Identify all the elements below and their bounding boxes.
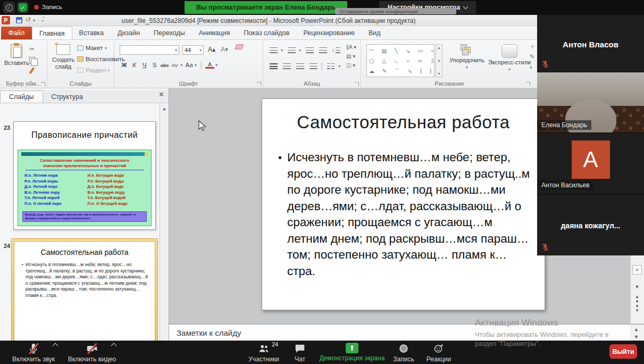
shape-fill-icon[interactable]: 🜊: [530, 43, 536, 49]
line-spacing-icon[interactable]: ↕: [330, 45, 342, 55]
align-right-icon[interactable]: [294, 61, 306, 71]
scroll-up-icon[interactable]: [162, 106, 166, 111]
shape-effects-icon[interactable]: ◐: [530, 64, 536, 70]
reactions-icon: [433, 343, 445, 354]
participant-tile[interactable]: даяна кожагул...: [537, 195, 644, 255]
reactions-button[interactable]: Реакции: [422, 343, 455, 363]
dialog-launcher-icon[interactable]: [41, 82, 45, 86]
previous-slide-icon[interactable]: ▲▲: [632, 295, 642, 303]
dialog-launcher-icon[interactable]: [355, 82, 359, 86]
dialog-launcher-icon[interactable]: [257, 82, 261, 86]
slide-24-thumbnail[interactable]: Самостоятельная работа • Исчезнуть в пот…: [14, 241, 155, 348]
change-case-button[interactable]: Aa: [185, 61, 194, 70]
undo-icon[interactable]: [26, 16, 31, 23]
tab-review[interactable]: Рецензирование: [296, 27, 362, 39]
align-text-icon[interactable]: ▤ ▾: [346, 53, 356, 59]
tab-design[interactable]: Дизайн: [111, 27, 147, 39]
bold-button[interactable]: Ж: [120, 61, 129, 70]
share-screen-button[interactable]: Демонстрация экрана: [317, 343, 387, 362]
notes-placeholder: Заметки к слайду: [177, 328, 241, 337]
tab-file[interactable]: Файл: [1, 27, 32, 39]
cut-icon[interactable]: ✂: [28, 45, 36, 53]
grow-font-button[interactable]: А▴: [208, 46, 215, 53]
scroll-down-icon[interactable]: ▼: [634, 334, 639, 340]
quick-access-more-icon[interactable]: [40, 16, 45, 22]
dialog-launcher-icon[interactable]: [526, 82, 530, 86]
close-panel-icon[interactable]: [158, 90, 164, 98]
case-row: Т.п. Летней поройТ.п. Бегущей водой: [24, 195, 146, 201]
strikethrough-button[interactable]: abc: [160, 61, 169, 70]
record-button[interactable]: Запись: [389, 343, 418, 363]
current-slide-canvas[interactable]: Самостоятельная работа • Исчезнуть в пот…: [262, 98, 545, 310]
character-spacing-button[interactable]: AV: [170, 61, 179, 70]
ribbon-group-drawing: ◠ ▤ ╲ ↘ ▭ ○ ▢ △ ∟ ⌐ ⇨ ⇩ ☁ ✎ ⌒ ∿ { } ▲ ▼ …: [361, 40, 538, 88]
chat-button[interactable]: Чат: [287, 343, 313, 363]
justify-icon[interactable]: [307, 61, 319, 71]
align-center-icon[interactable]: [281, 61, 292, 71]
scroll-more-icon[interactable]: ▼: [437, 72, 441, 76]
tab-animations[interactable]: Анимация: [192, 27, 237, 39]
case-row: В.п. Летнюю поруВ.п. Бегущую воду: [24, 190, 146, 196]
quick-styles-icon: [501, 44, 517, 58]
scroll-down-icon[interactable]: ▼: [437, 59, 441, 63]
scroll-down-icon[interactable]: ▼: [632, 284, 642, 289]
text-direction-icon[interactable]: ∥A ▾: [346, 44, 356, 50]
section-button[interactable]: Раздел ▾: [77, 67, 110, 73]
scroll-up-icon[interactable]: ▲: [437, 46, 441, 49]
tab-transitions[interactable]: Переходы: [147, 27, 192, 39]
tab-outline[interactable]: Структура: [43, 91, 91, 103]
shrink-font-button[interactable]: А▾: [221, 46, 228, 53]
tab-slideshow[interactable]: Показ слайдов: [237, 27, 296, 39]
scrollbar-thumb[interactable]: ≡: [632, 265, 642, 275]
arrange-button[interactable]: Упорядочить ▾: [447, 44, 487, 71]
group-label-font: Шрифт: [114, 80, 263, 87]
security-button[interactable]: ✓: [17, 2, 29, 13]
tab-slides[interactable]: Слайды: [0, 90, 43, 103]
tab-home[interactable]: Главная: [32, 27, 72, 39]
next-slide-icon[interactable]: ▼▼: [632, 304, 642, 313]
format-painter-icon[interactable]: [28, 67, 36, 75]
clear-formatting-button[interactable]: [236, 44, 243, 49]
leave-button[interactable]: Выйти: [609, 344, 637, 359]
align-left-icon[interactable]: [267, 61, 279, 71]
save-icon[interactable]: [16, 17, 22, 23]
participant-tile[interactable]: А Антон Васильев: [537, 133, 644, 195]
decrease-indent-icon[interactable]: [304, 45, 315, 55]
shape-row-1: ◠ ▤ ╲ ↘ ▭ ○: [369, 46, 432, 56]
participant-tile[interactable]: Елена Бондарь: [537, 72, 644, 133]
participant-tile[interactable]: Антон Власов: [537, 15, 644, 72]
recording-dot-icon: [34, 5, 39, 10]
increase-indent-icon[interactable]: [317, 45, 329, 55]
columns-icon[interactable]: [325, 61, 337, 71]
font-size-combo[interactable]: 44▾: [182, 45, 204, 55]
shapes-gallery-scrollbar[interactable]: ▲ ▼ ▼: [436, 44, 442, 77]
layout-button[interactable]: Макет ▾: [77, 45, 107, 51]
shapes-gallery[interactable]: ◠ ▤ ╲ ↘ ▭ ○ ▢ △ ∟ ⌐ ⇨ ⇩ ☁ ✎ ⌒ ∿ { }: [366, 44, 434, 77]
notes-scrollbar[interactable]: ▲ ▼: [630, 324, 644, 341]
underline-button[interactable]: Ч: [140, 61, 149, 70]
shape-outline-icon[interactable]: ✎: [530, 53, 536, 60]
meeting-info-button[interactable]: i: [3, 2, 15, 13]
italic-button[interactable]: К: [130, 61, 139, 70]
new-slide-button[interactable]: Создать слайд: [51, 44, 76, 70]
paste-button[interactable]: Вставить: [4, 44, 29, 67]
slide-23-thumbnail[interactable]: Правописание причастий Сопоставление око…: [13, 121, 156, 230]
notes-pane[interactable]: Заметки к слайду: [169, 324, 630, 341]
slide-24-selection: Самостоятельная работа • Исчезнуть в пот…: [11, 238, 158, 350]
bullets-icon[interactable]: [267, 45, 279, 55]
participants-button[interactable]: 24 Участники: [244, 343, 284, 363]
numbering-icon[interactable]: [286, 45, 297, 55]
scroll-up-icon[interactable]: ▲: [634, 327, 639, 332]
tab-insert[interactable]: Вставка: [72, 27, 111, 39]
font-color-button[interactable]: A: [205, 61, 214, 69]
chat-icon: [294, 343, 306, 354]
slide-23-table: Сопоставление окончаний и лексического з…: [18, 150, 152, 226]
copy-icon[interactable]: [28, 56, 36, 64]
tab-view[interactable]: Вид: [362, 27, 388, 39]
quick-styles-button[interactable]: Экспресс-стили ▾: [488, 44, 531, 73]
font-name-combo[interactable]: ▾: [120, 45, 179, 55]
undo-dropdown-icon[interactable]: [33, 18, 35, 23]
shadow-button[interactable]: S: [150, 61, 159, 70]
slides-panel-scrollbar[interactable]: [160, 103, 169, 341]
convert-smartart-icon[interactable]: ◫ ▾: [346, 62, 356, 68]
